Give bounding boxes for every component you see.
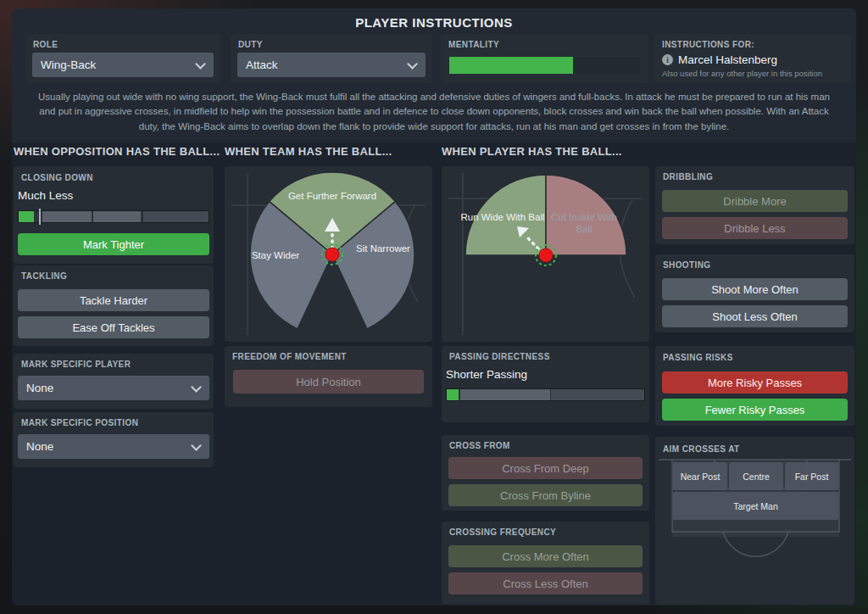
cross-from-deep-button[interactable]: Cross From Deep [448, 457, 643, 479]
instructions-for-panel: INSTRUCTIONS FOR: i Marcel Halstenberg A… [654, 34, 851, 83]
duty-dropdown[interactable]: Attack [237, 53, 426, 77]
mark-specific-position-label: MARK SPECIFIC POSITION [21, 418, 138, 427]
mark-specific-position-section: MARK SPECIFIC POSITION None [14, 412, 214, 467]
mark-specific-player-section: MARK SPECIFIC PLAYER None [14, 354, 214, 409]
hold-position-button[interactable]: Hold Position [233, 370, 424, 394]
role-value: Wing-Back [41, 59, 96, 71]
mark-specific-position-value: None [26, 440, 53, 453]
cross-more-often-button[interactable]: Cross More Often [448, 545, 643, 567]
slider-default-tick [39, 209, 41, 225]
player-dot[interactable] [539, 248, 553, 262]
header-team: WHEN TEAM HAS THE BALL... [225, 145, 392, 158]
header-opposition: WHEN OPPOSITION HAS THE BALL... [14, 145, 220, 158]
passing-risks-section: PASSING RISKS More Risky Passes Fewer Ri… [655, 346, 854, 426]
page-title: PLAYER INSTRUCTIONS [12, 15, 856, 30]
instructions-for-label: INSTRUCTIONS FOR: [662, 40, 754, 49]
mentality-panel: MENTALITY [441, 34, 648, 83]
closing-down-section: CLOSING DOWN Much Less Mark Tighter [14, 166, 214, 264]
passing-directness-value: Shorter Passing [446, 368, 527, 381]
player-dot[interactable] [326, 248, 339, 261]
centre-button[interactable]: Centre [729, 462, 783, 490]
dribbling-section: DRIBBLING Dribble More Dribble Less [655, 166, 854, 244]
role-panel: ROLE Wing-Back [25, 34, 220, 83]
mark-specific-player-value: None [26, 382, 53, 394]
player-name: Marcel Halstenberg [678, 53, 777, 66]
target-man-button[interactable]: Target Man [673, 492, 838, 520]
mark-specific-player-label: MARK SPECIFIC PLAYER [21, 360, 131, 369]
tackling-section: TACKLING Tackle Harder Ease Off Tackles [14, 265, 214, 346]
shoot-less-often-button[interactable]: Shoot Less Often [662, 305, 848, 327]
header-player: WHEN PLAYER HAS THE BALL... [442, 145, 622, 158]
duty-panel: DUTY Attack [231, 34, 432, 83]
chevron-down-icon [191, 382, 202, 393]
chevron-down-icon [191, 440, 202, 451]
passing-directness-label: PASSING DIRECTNESS [449, 352, 550, 361]
freedom-of-movement-section: FREEDOM OF MOVEMENT Hold Position [225, 346, 432, 407]
mark-specific-position-dropdown[interactable]: None [18, 434, 209, 459]
duty-label: DUTY [238, 40, 263, 49]
passing-directness-slider[interactable] [446, 388, 645, 401]
closing-down-slider[interactable] [18, 210, 209, 223]
shooting-label: SHOOTING [663, 260, 711, 270]
closing-down-value: Much Less [18, 189, 73, 202]
passing-risks-label: PASSING RISKS [663, 353, 733, 362]
ease-off-tackles-button[interactable]: Ease Off Tackles [18, 316, 209, 338]
near-post-button[interactable]: Near Post [673, 462, 727, 490]
sector-label-forward[interactable]: Get Further Forward [281, 190, 383, 202]
slider-segment [551, 389, 644, 400]
freedom-of-movement-label: FREEDOM OF MOVEMENT [232, 352, 347, 361]
role-description: Usually playing out wide with no wing su… [31, 90, 837, 134]
mentality-bar-fill [449, 57, 573, 74]
role-label: ROLE [33, 40, 58, 49]
shoot-more-often-button[interactable]: Shoot More Often [662, 278, 848, 300]
crossing-frequency-label: CROSSING FREQUENCY [449, 527, 556, 537]
info-icon: i [662, 54, 673, 65]
tackling-label: TACKLING [21, 271, 67, 281]
sector-label-wider[interactable]: Stay Wider [238, 249, 313, 261]
chevron-down-icon [407, 59, 418, 70]
duty-value: Attack [246, 59, 278, 71]
dribbling-label: DRIBBLING [663, 172, 713, 181]
aim-crosses-label: AIM CROSSES AT [663, 444, 740, 454]
player-instructions-dialog: PLAYER INSTRUCTIONS ROLE Wing-Back DUTY … [12, 8, 856, 606]
instructions-note: Also used for any other player in this p… [662, 69, 822, 78]
passing-directness-section: PASSING DIRECTNESS Shorter Passing [442, 346, 649, 422]
player-movement-diagram: Run Wide With Ball Cut Inside With Ball [442, 166, 649, 342]
mentality-bar [449, 57, 640, 74]
role-dropdown[interactable]: Wing-Back [32, 53, 214, 77]
slider-segment [143, 211, 209, 222]
slider-segment [460, 389, 550, 400]
slider-fill [447, 389, 459, 400]
aim-crosses-section: AIM CROSSES AT Near Post Centre Far Post… [655, 437, 854, 605]
slider-fill [19, 211, 34, 222]
dribble-more-button[interactable]: Dribble More [662, 190, 848, 212]
mark-tighter-button[interactable]: Mark Tighter [18, 233, 209, 255]
tackle-harder-button[interactable]: Tackle Harder [18, 289, 209, 311]
sector-label-cut-inside[interactable]: Cut Inside With Ball [542, 211, 626, 236]
sector-label-narrower[interactable]: Sit Narrower [346, 243, 420, 254]
cross-less-often-button[interactable]: Cross Less Often [448, 572, 643, 594]
sector-label-run-wide[interactable]: Run Wide With Ball [460, 211, 545, 223]
slider-segment [42, 211, 92, 222]
chevron-down-icon [195, 59, 206, 70]
closing-down-label: CLOSING DOWN [21, 173, 93, 182]
slider-segment [93, 211, 141, 222]
more-risky-passes-button[interactable]: More Risky Passes [662, 371, 848, 394]
crossing-frequency-section: CROSSING FREQUENCY Cross More Often Cros… [442, 522, 649, 605]
dribble-less-button[interactable]: Dribble Less [662, 217, 848, 239]
cross-from-byline-button[interactable]: Cross From Byline [448, 484, 643, 506]
mark-specific-player-dropdown[interactable]: None [18, 376, 209, 400]
shooting-section: SHOOTING Shoot More Often Shoot Less Oft… [655, 254, 854, 332]
cross-from-section: CROSS FROM Cross From Deep Cross From By… [442, 435, 649, 511]
cross-from-label: CROSS FROM [449, 441, 510, 450]
far-post-button[interactable]: Far Post [785, 462, 838, 490]
mentality-label: MENTALITY [448, 40, 499, 49]
fewer-risky-passes-button[interactable]: Fewer Risky Passes [662, 399, 848, 421]
team-movement-diagram: Get Further Forward Stay Wider Sit Narro… [225, 166, 432, 342]
